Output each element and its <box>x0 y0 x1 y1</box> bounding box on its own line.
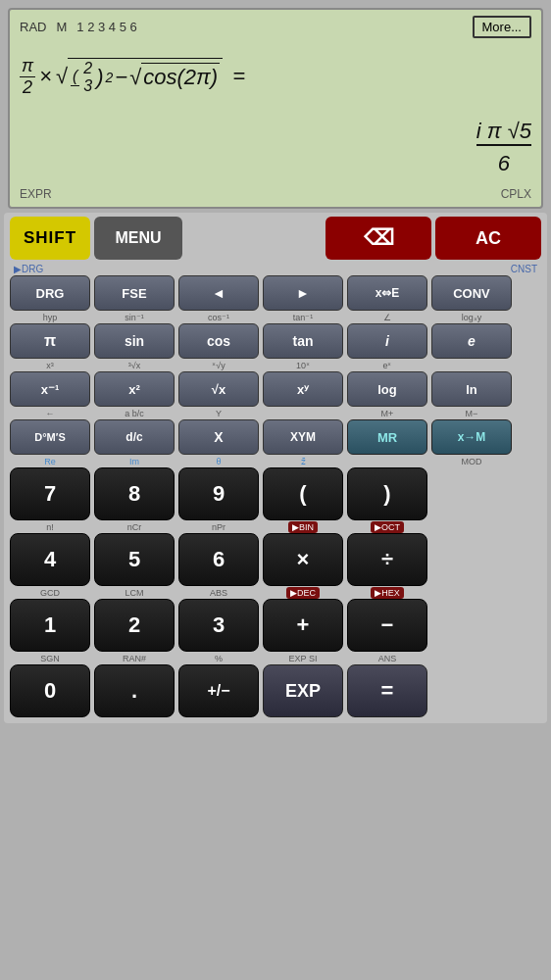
conv-button[interactable]: CONV <box>431 275 512 311</box>
n6-button[interactable]: 6 <box>178 533 259 586</box>
left-button[interactable]: ◄ <box>178 275 259 311</box>
backspace-button[interactable]: ⌫ <box>326 217 431 260</box>
result-numerator: i π √5 <box>476 119 531 144</box>
mul-button[interactable]: × <box>263 533 343 586</box>
plus-button[interactable]: + <box>263 599 343 652</box>
X-button[interactable]: X <box>178 419 259 455</box>
menu-button[interactable]: MENU <box>94 217 182 260</box>
sqrt-button[interactable]: √x <box>178 371 259 407</box>
drg-button[interactable]: DRG <box>10 275 90 311</box>
plusminus-button[interactable]: +/− <box>178 664 259 717</box>
sin-inv-label: sin⁻¹ <box>94 313 175 322</box>
hyp-label: hyp <box>10 313 90 322</box>
xtom-button[interactable]: x→M <box>431 419 512 455</box>
memory-slots: 1 2 3 4 5 6 <box>76 20 136 34</box>
tobin-label: ▶BIN <box>288 521 318 533</box>
log-button[interactable]: log <box>347 371 427 407</box>
Re-label: Re <box>10 457 90 466</box>
display-bottom-bar: EXPR CPLX <box>20 187 531 201</box>
expr-pi-frac: π2 <box>20 56 35 98</box>
xinv-button[interactable]: x⁻¹ <box>10 371 90 407</box>
LCM-label: LCM <box>94 588 175 598</box>
nfact-label: n! <box>10 522 90 532</box>
drg-label: ▶DRG <box>14 264 43 274</box>
ln-button[interactable]: ln <box>431 371 512 407</box>
zbar-label: z̄ <box>263 457 343 466</box>
tan-inv-label: tan⁻¹ <box>263 313 343 322</box>
n0-button[interactable]: 0 <box>10 664 90 717</box>
theta-label: θ <box>178 457 259 466</box>
ANS-label: ANS <box>347 654 427 663</box>
sin-button[interactable]: sin <box>94 323 175 359</box>
xyroot-label: ˣ√y <box>178 361 259 370</box>
tan-button[interactable]: tan <box>263 323 343 359</box>
shift-button[interactable]: SHIFT <box>10 217 90 260</box>
minus-button[interactable]: − <box>347 599 427 652</box>
equals-button[interactable]: = <box>347 664 427 717</box>
cos-button[interactable]: cos <box>178 323 259 359</box>
result-denominator: 6 <box>498 151 510 175</box>
n4-button[interactable]: 4 <box>10 533 90 586</box>
MOD-label: MOD <box>431 457 512 466</box>
left-arrow-label: ← <box>10 409 90 418</box>
ex-label: eˣ <box>347 361 427 370</box>
right-button[interactable]: ► <box>263 275 343 311</box>
xym-button[interactable]: XYM <box>263 419 343 455</box>
EXPSI-label: EXP SI <box>263 654 343 663</box>
more-button[interactable]: More... <box>473 16 531 38</box>
nPr-label: nPr <box>178 522 259 532</box>
lparen-button[interactable]: ( <box>263 467 343 520</box>
exp-button[interactable]: EXP <box>263 664 343 717</box>
todec-label: ▶DEC <box>286 587 320 599</box>
calculator-body: SHIFT MENU ⌫ AC ▶DRG CNST DRG FSE ◄ ► x⇔… <box>4 213 547 723</box>
dms-button[interactable]: D°M′S <box>10 419 90 455</box>
expr-sqrt-main: √ ( 23 ) 2 − √ cos(2π) <box>56 58 223 96</box>
fse-button[interactable]: FSE <box>94 275 175 311</box>
Im-label: Im <box>94 457 175 466</box>
mminus-label: M− <box>431 409 512 418</box>
xsq-button[interactable]: x² <box>94 371 175 407</box>
dot-button[interactable]: . <box>94 664 175 717</box>
tohex-label: ▶HEX <box>371 587 404 599</box>
div-button[interactable]: ÷ <box>347 533 427 586</box>
xcube-label: x³ <box>10 361 90 370</box>
n9-button[interactable]: 9 <box>178 467 259 520</box>
nCr-label: nCr <box>94 522 175 532</box>
xcone-button[interactable]: x⇔E <box>347 275 427 311</box>
ABS-label: ABS <box>178 588 259 598</box>
mode-label: RAD <box>20 20 46 34</box>
cnst-label: CNST <box>511 264 537 274</box>
ac-button[interactable]: AC <box>435 217 541 260</box>
n3-button[interactable]: 3 <box>178 599 259 652</box>
dc-button[interactable]: d/c <box>94 419 175 455</box>
cuberoot-label: ³√x <box>94 361 175 370</box>
drg-cnst-labels: ▶DRG CNST <box>10 264 541 274</box>
RANHASH-label: RAN# <box>94 654 175 663</box>
n7-button[interactable]: 7 <box>10 467 90 520</box>
GCD-label: GCD <box>10 588 90 598</box>
rparen-button[interactable]: ) <box>347 467 427 520</box>
display-screen: RAD M 1 2 3 4 5 6 More... π2 × √ ( 23 ) … <box>8 8 543 209</box>
i-button[interactable]: i <box>347 323 427 359</box>
logxy-label: logₓy <box>431 313 512 322</box>
pi-button[interactable]: π <box>10 323 90 359</box>
pct-label: % <box>178 654 259 663</box>
n5-button[interactable]: 5 <box>94 533 175 586</box>
mr-button[interactable]: MR <box>347 419 427 455</box>
tooct-label: ▶OCT <box>371 521 404 533</box>
n8-button[interactable]: 8 <box>94 467 175 520</box>
n2-button[interactable]: 2 <box>94 599 175 652</box>
mplus-label: M+ <box>347 409 427 418</box>
n1-button[interactable]: 1 <box>10 599 90 652</box>
SGN-label: SGN <box>10 654 90 663</box>
angle-label: ∠ <box>347 313 427 322</box>
e-button[interactable]: e <box>431 323 512 359</box>
cplx-label: CPLX <box>501 187 531 201</box>
cos-inv-label: cos⁻¹ <box>178 313 259 322</box>
display-top-bar: RAD M 1 2 3 4 5 6 More... <box>20 16 531 38</box>
math-expression: π2 × √ ( 23 ) 2 − √ cos(2π) = <box>20 56 245 98</box>
expr-label: EXPR <box>20 187 52 201</box>
xpowy-button[interactable]: xʸ <box>263 371 343 407</box>
memory-label: M <box>56 20 67 34</box>
result-area: i π √5 6 <box>476 119 531 177</box>
